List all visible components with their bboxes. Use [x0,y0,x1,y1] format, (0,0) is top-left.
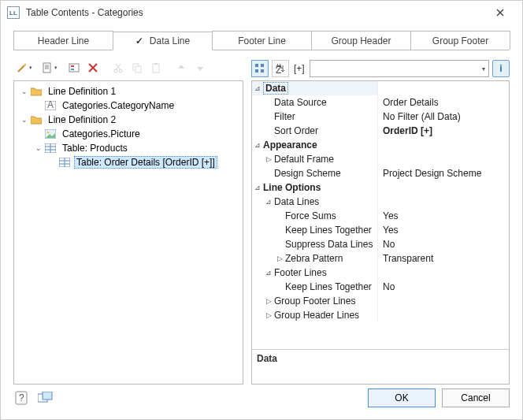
category-data[interactable]: ⊿Data [252,81,509,95]
svg-point-14 [47,132,50,134]
layout-icon [38,392,54,404]
collapse-icon[interactable]: ⊿ [252,184,263,191]
copy-button [128,60,146,76]
prop-zebra-pattern[interactable]: ▷Zebra Pattern Transparent [252,251,509,266]
svg-rect-18 [261,64,264,67]
category-appearance[interactable]: ⊿Appearance [252,138,509,152]
collapse-icon[interactable]: ⊿ [252,141,263,149]
info-button[interactable]: i [492,60,510,77]
svg-rect-8 [135,66,141,72]
collapse-icon[interactable]: ⊿ [263,198,274,206]
prop-group-footer-lines[interactable]: ▷Group Footer Lines [252,294,509,308]
svg-rect-17 [255,64,258,67]
prop-default-frame[interactable]: ▷Default Frame [252,152,509,166]
tree-node-line-def-1[interactable]: ⌄ Line Definition 1 [16,84,241,98]
new-line-button[interactable]: ▾ [40,60,64,76]
checkmark-icon: ✓ [135,35,143,46]
collapse-icon[interactable]: ⌄ [19,114,30,125]
wand-button[interactable]: ▾ [15,60,39,76]
collapse-icon[interactable]: ⊿ [252,84,263,92]
property-scroll[interactable]: ⊿Data Data Source Order Details Filter N… [252,81,509,349]
prop-data-lines[interactable]: ⊿Data Lines [252,195,509,209]
svg-point-6 [119,69,122,72]
expand-icon[interactable]: ▷ [274,255,285,262]
help-button[interactable]: ? [13,389,31,407]
svg-text:?: ? [19,392,24,403]
ok-button[interactable]: OK [368,388,436,407]
sort-az-icon: AZ [276,64,285,73]
text-field-icon: A [44,100,57,111]
body-split: ▾ ▾ [13,50,510,385]
paste-icon [150,62,161,73]
tab-data-line[interactable]: ✓ Data Line [113,32,213,50]
svg-rect-4 [71,69,74,70]
collapse-icon[interactable]: ⊿ [263,269,274,277]
dropdown-icon: ▾ [29,65,32,71]
table-icon [44,143,57,154]
collapse-icon[interactable]: ⌄ [33,143,44,154]
svg-rect-3 [71,65,74,67]
dialog-footer: ? OK Cancel [1,385,522,419]
expand-icon[interactable]: ▷ [263,311,274,319]
svg-rect-2 [69,64,79,72]
alphabetical-button[interactable]: AZ [272,60,289,77]
tree-node-table-products[interactable]: ⌄ Table: Products [16,141,241,155]
svg-point-5 [114,69,117,72]
expand-icon[interactable]: ▷ [263,155,274,163]
dropdown-icon: ▾ [54,65,57,71]
delete-button[interactable] [84,60,102,76]
svg-text:Z: Z [276,65,281,73]
tree-node-table-order-details[interactable]: Table: Order Details [OrderID [+]] [16,155,241,169]
picture-icon [44,128,57,139]
prop-footer-lines[interactable]: ⊿Footer Lines [252,266,509,280]
prop-footer-keep-lines[interactable]: Keep Lines Together No [252,280,509,294]
prop-suppress-data-lines[interactable]: Suppress Data Lines No [252,237,509,251]
cut-button [109,60,127,76]
delete-icon [87,62,98,73]
svg-rect-19 [255,69,258,72]
dialog-content: Header Line ✓ Data Line Footer Line Grou… [1,24,522,385]
expand-icon[interactable]: ▷ [263,297,274,305]
dialog-window: LL Table Contents - Categories Header Li… [0,0,523,420]
properties-button[interactable] [65,60,83,76]
wand-icon [17,62,28,73]
tree-node-categories-picture[interactable]: Categories.Picture [16,127,241,141]
prop-sort-order[interactable]: Sort Order OrderID [+] [252,124,509,138]
prop-data-source[interactable]: Data Source Order Details [252,95,509,110]
prop-keep-lines-together[interactable]: Keep Lines Together Yes [252,223,509,237]
svg-point-0 [24,64,27,66]
title-bar: LL Table Contents - Categories [1,1,522,24]
svg-rect-1 [43,63,50,72]
categorized-button[interactable] [251,60,269,77]
tab-group-footer[interactable]: Group Footer [410,31,510,50]
right-pane: AZ [+] ▾ i ⊿Data [251,60,510,385]
category-line-options[interactable]: ⊿Line Options [252,180,509,195]
prop-design-scheme[interactable]: Design Scheme Project Design Scheme [252,166,509,180]
tab-header-line[interactable]: Header Line [13,31,113,50]
property-description: Data [252,349,509,384]
svg-rect-10 [154,63,158,65]
window-title: Table Contents - Categories [26,7,484,18]
move-down-button [191,60,209,76]
prop-group-header-lines[interactable]: ▷Group Header Lines [252,308,509,322]
info-icon: i [499,63,502,74]
tree-node-category-name[interactable]: A Categories.CategoryName [16,98,241,113]
cancel-button[interactable]: Cancel [442,388,510,407]
collapse-icon[interactable]: ⌄ [19,86,30,97]
prop-force-sums[interactable]: Force Sums Yes [252,209,509,223]
left-toolbar: ▾ ▾ [13,60,243,80]
arrow-down-icon [195,63,205,72]
prop-filter[interactable]: Filter No Filter (All Data) [252,110,509,124]
close-button[interactable] [484,2,516,24]
tab-strip: Header Line ✓ Data Line Footer Line Grou… [13,31,510,50]
tree-node-line-def-2[interactable]: ⌄ Line Definition 2 [16,113,241,127]
move-up-button [172,60,190,76]
table-icon [58,157,71,168]
close-icon [496,9,504,17]
tab-group-header[interactable]: Group Header [311,31,411,50]
tree-view[interactable]: ⌄ Line Definition 1 A Categories.Categor… [13,80,243,385]
property-filter-dropdown[interactable]: ▾ [310,60,489,77]
help-icon: ? [15,391,29,405]
layout-button[interactable] [37,389,54,407]
tab-footer-line[interactable]: Footer Line [212,31,312,50]
